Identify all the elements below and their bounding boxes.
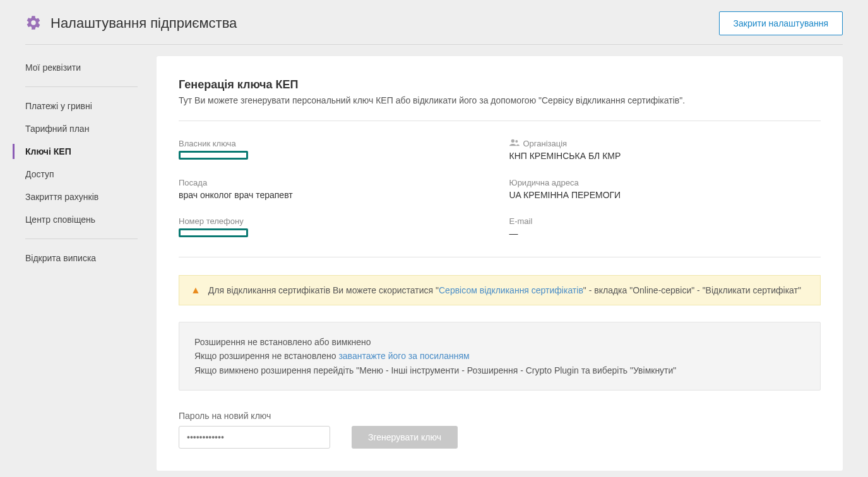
warning-icon: ▲ (191, 285, 201, 296)
extension-info-alert: Розширення не встановлено або вимкнено Я… (179, 322, 821, 391)
warning-text-suffix: " - вкладка "Online-сервіси" - "Відклика… (583, 285, 801, 295)
phone-block: Номер телефону (179, 216, 490, 239)
organization-value: КНП КРЕМІНСЬКА БЛ КМР (509, 151, 821, 161)
position-block: Посада врач онколог врач терапевт (179, 178, 490, 200)
email-value: — (509, 228, 821, 238)
download-extension-link[interactable]: завантажте його за посиланням (338, 351, 469, 361)
organization-block: Організація КНП КРЕМІНСЬКА БЛ КМР (509, 139, 821, 162)
svg-point-1 (515, 140, 518, 143)
sidebar-item-payments-uah[interactable]: Платежі у гривні (25, 95, 138, 117)
key-owner-label: Власник ключа (179, 139, 490, 148)
key-owner-block: Власник ключа (179, 139, 490, 162)
address-value: UA КРЕМІННА ПЕРЕМОГИ (509, 190, 821, 200)
sidebar-item-open-statement[interactable]: Відкрита виписка (25, 247, 138, 269)
sidebar-item-tariff-plan[interactable]: Тарифний план (25, 117, 138, 140)
gear-icon (25, 15, 42, 33)
sidebar: Мої реквізити Платежі у гривні Тарифний … (25, 56, 138, 471)
section-description: Тут Ви можете згенерувати персональний к… (179, 95, 821, 105)
page-title: Налаштування підприємства (51, 15, 237, 32)
position-label: Посада (179, 178, 490, 187)
sidebar-item-kep-keys[interactable]: Ключі КЕП (25, 140, 138, 163)
revoke-service-link[interactable]: Сервісом відкликання сертифікатів (439, 285, 583, 295)
section-title: Генерація ключа КЕП (179, 78, 821, 91)
email-block: E-mail — (509, 216, 821, 239)
header: Налаштування підприємства Закрити налашт… (25, 11, 843, 45)
phone-value-redacted (179, 228, 248, 237)
warning-alert: ▲ Для відкликання сертифікатів Ви можете… (179, 275, 821, 305)
key-owner-value-redacted (179, 151, 248, 160)
svg-point-0 (511, 139, 514, 143)
position-value: врач онколог врач терапевт (179, 190, 490, 200)
address-label: Юридична адреса (509, 178, 821, 187)
organization-label: Організація (523, 139, 568, 148)
address-block: Юридична адреса UA КРЕМІННА ПЕРЕМОГИ (509, 178, 821, 200)
close-settings-button[interactable]: Закрити налаштування (719, 11, 843, 35)
ext-line-1: Розширення не встановлено або вимкнено (194, 335, 805, 349)
sidebar-item-notification-center[interactable]: Центр сповіщень (25, 208, 138, 231)
people-icon (509, 139, 520, 148)
warning-text-prefix: Для відкликання сертифікатів Ви можете с… (208, 285, 439, 295)
phone-label: Номер телефону (179, 216, 490, 226)
sidebar-item-my-details[interactable]: Мої реквізити (25, 56, 138, 79)
email-label: E-mail (509, 216, 821, 226)
sidebar-item-close-accounts[interactable]: Закриття рахунків (25, 186, 138, 208)
sidebar-item-access[interactable]: Доступ (25, 163, 138, 186)
new-key-password-input[interactable] (179, 426, 330, 449)
content-panel: Генерація ключа КЕП Тут Ви можете згенер… (157, 56, 843, 471)
generate-key-button[interactable]: Згенерувати ключ (352, 426, 458, 449)
password-label: Пароль на новий ключ (179, 411, 330, 421)
ext-line-2-prefix: Якщо розширення не встановлено (194, 351, 338, 361)
ext-line-3: Якщо вимкнено розширення перейдіть "Меню… (194, 363, 805, 377)
